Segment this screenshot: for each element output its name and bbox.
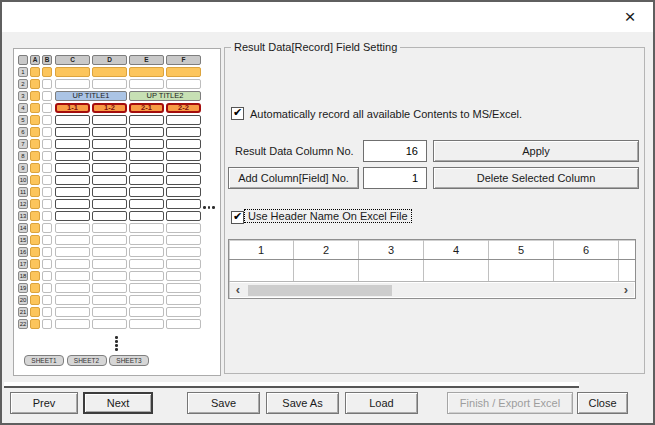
cell-r21c0[interactable] xyxy=(55,307,90,317)
cell-B2[interactable] xyxy=(42,79,52,89)
cell-r5c2[interactable] xyxy=(129,115,164,125)
cell-r17c0[interactable] xyxy=(55,259,90,269)
cell-r8c2[interactable] xyxy=(129,151,164,161)
cell-r8c1[interactable] xyxy=(92,151,127,161)
next-button[interactable]: Next xyxy=(83,392,153,414)
row-header-10[interactable]: 10 xyxy=(18,175,28,185)
cell-A21[interactable] xyxy=(30,307,40,317)
cell-r1c1[interactable] xyxy=(92,67,127,77)
cell-r18c0[interactable] xyxy=(55,271,90,281)
field-cell-2-2[interactable]: 2-2 xyxy=(166,103,201,113)
close-icon[interactable]: × xyxy=(613,2,647,31)
header-table-scrollbar[interactable]: ‹ › xyxy=(230,283,634,297)
cell-r6c1[interactable] xyxy=(92,127,127,137)
field-cell-1-2[interactable]: 1-2 xyxy=(92,103,127,113)
row-header-2[interactable]: 2 xyxy=(18,79,28,89)
cell-B7[interactable] xyxy=(42,139,52,149)
cell-r17c3[interactable] xyxy=(166,259,201,269)
cell-r11c0[interactable] xyxy=(55,187,90,197)
cell-r21c2[interactable] xyxy=(129,307,164,317)
cell-A4[interactable] xyxy=(30,103,40,113)
row-header-1[interactable]: 1 xyxy=(18,67,28,77)
cell-B16[interactable] xyxy=(42,247,52,257)
row-header-14[interactable]: 14 xyxy=(18,223,28,233)
scroll-left-icon[interactable]: ‹ xyxy=(230,283,246,297)
sheet-tab-sheet3[interactable]: SHEET3 xyxy=(109,355,149,366)
cell-r8c3[interactable] xyxy=(166,151,201,161)
cell-B11[interactable] xyxy=(42,187,52,197)
cell-r1c2[interactable] xyxy=(129,67,164,77)
row-header-9[interactable]: 9 xyxy=(18,163,28,173)
row-header-22[interactable]: 22 xyxy=(18,319,28,329)
cell-r7c1[interactable] xyxy=(92,139,127,149)
cell-r22c3[interactable] xyxy=(166,319,201,329)
row-header-16[interactable]: 16 xyxy=(18,247,28,257)
cell-r13c1[interactable] xyxy=(92,211,127,221)
table-col-header-2[interactable]: 2 xyxy=(294,240,359,259)
cell-r19c2[interactable] xyxy=(129,283,164,293)
cell-r13c2[interactable] xyxy=(129,211,164,221)
table-cell-6[interactable] xyxy=(554,260,619,281)
cell-A16[interactable] xyxy=(30,247,40,257)
cell-r14c3[interactable] xyxy=(166,223,201,233)
cell-r10c1[interactable] xyxy=(92,175,127,185)
delete-column-button[interactable]: Delete Selected Column xyxy=(433,167,639,189)
col-header-corner[interactable] xyxy=(18,55,28,65)
cell-r13c3[interactable] xyxy=(166,211,201,221)
col-header-B[interactable]: B xyxy=(42,55,52,65)
cell-r22c1[interactable] xyxy=(92,319,127,329)
cell-r2c1[interactable] xyxy=(92,79,127,89)
cell-A10[interactable] xyxy=(30,175,40,185)
cell-r12c3[interactable] xyxy=(166,199,201,209)
cell-A6[interactable] xyxy=(30,127,40,137)
cell-B5[interactable] xyxy=(42,115,52,125)
cell-r11c1[interactable] xyxy=(92,187,127,197)
cell-r14c0[interactable] xyxy=(55,223,90,233)
row-header-5[interactable]: 5 xyxy=(18,115,28,125)
cell-r9c3[interactable] xyxy=(166,163,201,173)
cell-A5[interactable] xyxy=(30,115,40,125)
cell-B19[interactable] xyxy=(42,283,52,293)
add-column-button[interactable]: Add Column[Field] No. xyxy=(228,167,359,189)
row-header-8[interactable]: 8 xyxy=(18,151,28,161)
scroll-right-icon[interactable]: › xyxy=(618,283,634,297)
cell-r7c3[interactable] xyxy=(166,139,201,149)
cell-A22[interactable] xyxy=(30,319,40,329)
row-header-11[interactable]: 11 xyxy=(18,187,28,197)
cell-B15[interactable] xyxy=(42,235,52,245)
cell-A20[interactable] xyxy=(30,295,40,305)
cell-A13[interactable] xyxy=(30,211,40,221)
cell-A17[interactable] xyxy=(30,259,40,269)
cell-r2c2[interactable] xyxy=(129,79,164,89)
cell-B12[interactable] xyxy=(42,199,52,209)
cell-r9c2[interactable] xyxy=(129,163,164,173)
up-title1-cell[interactable]: UP TITLE1 xyxy=(55,91,127,101)
cell-A19[interactable] xyxy=(30,283,40,293)
cell-r18c3[interactable] xyxy=(166,271,201,281)
use-header-checkbox[interactable]: ✔ xyxy=(231,211,244,224)
cell-r15c1[interactable] xyxy=(92,235,127,245)
cell-A3[interactable] xyxy=(30,91,40,101)
cell-r5c3[interactable] xyxy=(166,115,201,125)
close-button[interactable]: Close xyxy=(577,392,628,414)
cell-B21[interactable] xyxy=(42,307,52,317)
row-header-21[interactable]: 21 xyxy=(18,307,28,317)
cell-r22c0[interactable] xyxy=(55,319,90,329)
cell-r19c3[interactable] xyxy=(166,283,201,293)
cell-r17c2[interactable] xyxy=(129,259,164,269)
cell-r12c1[interactable] xyxy=(92,199,127,209)
table-col-header-1[interactable]: 1 xyxy=(229,240,294,259)
row-header-12[interactable]: 12 xyxy=(18,199,28,209)
cell-B17[interactable] xyxy=(42,259,52,269)
table-col-header-3[interactable]: 3 xyxy=(359,240,424,259)
col-header-E[interactable]: E xyxy=(129,55,164,65)
cell-A12[interactable] xyxy=(30,199,40,209)
cell-r6c2[interactable] xyxy=(129,127,164,137)
cell-r11c2[interactable] xyxy=(129,187,164,197)
row-header-7[interactable]: 7 xyxy=(18,139,28,149)
row-header-17[interactable]: 17 xyxy=(18,259,28,269)
cell-r6c3[interactable] xyxy=(166,127,201,137)
row-header-4[interactable]: 4 xyxy=(18,103,28,113)
cell-A9[interactable] xyxy=(30,163,40,173)
table-cell-1[interactable] xyxy=(229,260,294,281)
